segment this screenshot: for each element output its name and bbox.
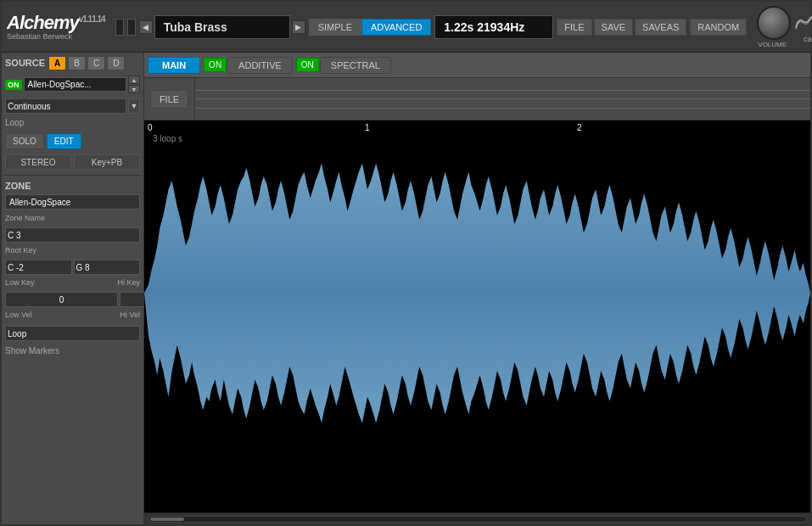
vel-labels: Low Vel Hi Vel xyxy=(5,311,140,319)
playmode-select[interactable]: Continuous Loop One-Shot Ping-Pong xyxy=(5,98,126,114)
additive-on-toggle[interactable]: ON xyxy=(204,58,227,72)
edit-btn[interactable]: EDIT xyxy=(47,133,81,149)
app-author: Sebastian Berweck xyxy=(7,32,105,41)
tab-bar: MAIN ON ADDITIVE ON SPECTRAL xyxy=(144,53,810,78)
saveas-btn[interactable]: SAVEAS xyxy=(635,19,686,36)
zone-label: ZONE xyxy=(5,181,31,191)
lowhigh-key-labels: Low Key Hi Key xyxy=(5,278,140,287)
scrollbar-track[interactable] xyxy=(148,516,807,523)
file-load-btn[interactable]: FILE xyxy=(150,90,188,109)
wave-info-area xyxy=(195,78,810,120)
info-display: 1.22s 21934Hz xyxy=(434,15,553,39)
advanced-btn[interactable]: ADVANCED xyxy=(361,19,431,36)
volume-label: VOLUME xyxy=(758,41,787,48)
wave-lines xyxy=(195,78,810,120)
low-vel-input[interactable] xyxy=(5,292,118,307)
app-version: v1.11.14 xyxy=(79,14,105,23)
root-key-label: Root Key xyxy=(5,246,140,255)
file-save-buttons: FILE SAVE SAVEAS xyxy=(557,19,686,36)
source-file-row: ON Allen-DogSpac... ▲ ▼ xyxy=(5,76,140,93)
root-key-area: C 3 D 3 E 3 xyxy=(5,227,140,243)
low-vel-label: Low Vel xyxy=(5,311,32,319)
waveform-container: FILE 0 1 2 3 loop xyxy=(144,78,810,524)
file-btn-area: FILE xyxy=(144,78,195,120)
high-vel-label: Hi Vel xyxy=(120,311,140,319)
source-action-btns: SOLO EDIT xyxy=(5,133,140,149)
source-header: SOURCE A B C D xyxy=(5,56,140,70)
time-mark-0: 0 xyxy=(148,123,153,132)
playmode-row: Continuous Loop One-Shot Ping-Pong ▼ xyxy=(5,98,140,114)
next-preset-btn[interactable]: ▶ xyxy=(292,20,305,34)
camel-audio-label: camel audio xyxy=(804,35,812,43)
app-title: Alchemyv1.11.14 xyxy=(7,14,105,32)
wave-line-2 xyxy=(195,98,810,99)
logo-area: Alchemyv1.11.14 Sebastian Berweck xyxy=(7,14,105,41)
preset-dropdown-1[interactable] xyxy=(115,19,124,36)
high-key-select[interactable]: G 8 xyxy=(74,260,141,275)
main-tab[interactable]: MAIN xyxy=(148,57,200,74)
vel-row xyxy=(5,292,140,307)
file-btn[interactable]: FILE xyxy=(557,19,591,36)
simple-btn[interactable]: SIMPLE xyxy=(309,19,361,36)
time-mark-2: 2 xyxy=(577,123,582,132)
low-key-label: Low Key xyxy=(5,278,35,287)
right-panel: MAIN ON ADDITIVE ON SPECTRAL FILE xyxy=(144,53,810,524)
content-area: SOURCE A B C D ON Allen-DogSpac... ▲ ▼ xyxy=(2,53,810,524)
low-key-select[interactable]: C -2 xyxy=(5,260,72,275)
zone-name-label: Zone Name xyxy=(5,214,140,222)
source-tabs: A B C D xyxy=(48,56,125,70)
wave-line-3 xyxy=(195,108,810,109)
root-key-select[interactable]: C 3 D 3 E 3 xyxy=(5,227,140,243)
source-tab-d[interactable]: D xyxy=(107,56,125,70)
main-container: Alchemyv1.11.14 Sebastian Berweck ◀ Tuba… xyxy=(0,0,812,526)
prev-preset-btn[interactable]: ◀ xyxy=(139,20,153,34)
preset-name: Tuba Brass xyxy=(154,15,290,39)
wave-line-1 xyxy=(195,90,810,91)
mode-buttons: SIMPLE ADVANCED xyxy=(309,19,432,36)
high-key-label: Hi Key xyxy=(117,278,140,287)
additive-group: ON ADDITIVE xyxy=(204,57,293,74)
keypb-btn[interactable]: Key+PB xyxy=(74,154,140,170)
wave-top-area: FILE xyxy=(144,78,810,120)
spectral-on-toggle[interactable]: ON xyxy=(296,58,319,72)
source-arrow-btns: ▲ ▼ xyxy=(128,76,140,93)
save-btn[interactable]: SAVE xyxy=(594,19,634,36)
source-on-badge[interactable]: ON xyxy=(5,80,22,90)
zone-header: ZONE xyxy=(5,181,140,191)
lowhigh-key-row: C -2 G 8 xyxy=(5,260,140,275)
show-markers-label: Show Markers xyxy=(5,346,140,355)
time-mark-1: 1 xyxy=(365,123,370,132)
stereo-keypb-row: STEREO Key+PB xyxy=(5,154,140,170)
source-next-btn[interactable]: ▼ xyxy=(128,85,140,93)
scrollbar-thumb[interactable] xyxy=(150,518,184,521)
loop-mode-select[interactable]: Loop One-Shot Ping-Pong xyxy=(5,326,140,341)
source-tab-c[interactable]: C xyxy=(87,56,105,70)
scrollbar-area xyxy=(144,512,810,524)
solo-btn[interactable]: SOLO xyxy=(5,133,44,149)
additive-tab[interactable]: ADDITIVE xyxy=(227,57,293,74)
spectral-group: ON SPECTRAL xyxy=(296,57,391,74)
source-prev-btn[interactable]: ▲ xyxy=(128,76,140,84)
top-bar: Alchemyv1.11.14 Sebastian Berweck ◀ Tuba… xyxy=(2,2,810,53)
waveform-svg xyxy=(144,137,810,449)
source-tab-a[interactable]: A xyxy=(48,56,66,70)
camel-audio-logo: camel audio xyxy=(794,10,812,44)
random-btn[interactable]: RANDOM xyxy=(690,19,747,36)
zone-name-input[interactable] xyxy=(5,194,140,210)
spectral-tab[interactable]: SPECTRAL xyxy=(320,57,391,74)
waveform-display[interactable]: 0 1 2 3 loop s xyxy=(144,120,810,512)
left-panel: SOURCE A B C D ON Allen-DogSpac... ▲ ▼ xyxy=(2,53,144,524)
stereo-btn[interactable]: STEREO xyxy=(5,154,71,170)
source-tab-b[interactable]: B xyxy=(68,56,86,70)
preset-dropdown-2[interactable] xyxy=(127,19,136,36)
volume-knob[interactable] xyxy=(757,6,791,40)
playmode-arrow[interactable]: ▼ xyxy=(128,98,140,114)
divider-1 xyxy=(5,175,140,176)
loop-label: Loop xyxy=(5,118,140,127)
source-label: SOURCE xyxy=(5,58,45,68)
source-file-name: Allen-DogSpac... xyxy=(24,77,127,92)
